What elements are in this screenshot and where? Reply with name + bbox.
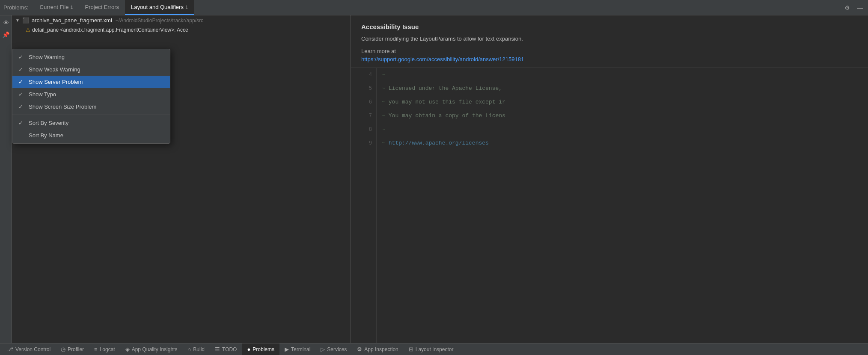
code-line-9: ~ http://www.apache.org/licenses <box>382 136 868 150</box>
xml-icon: ⬛ <box>22 17 29 24</box>
bottom-tab-todo[interactable]: ☰ TODO <box>210 343 242 355</box>
line-num-4: 4 <box>351 68 376 82</box>
bottom-tab-app-quality-insights-label: App Quality Insights <box>132 346 178 352</box>
check-show-warning: ✓ <box>18 54 25 60</box>
dropdown-label-show-server-problem: Show Server Problem <box>29 79 83 85</box>
code-content: ~ ~ Licensed under the Apache License, ~… <box>377 68 868 343</box>
dropdown-item-sort-by-name[interactable]: ✓ Sort By Name <box>12 129 170 142</box>
version-control-icon: ⎇ <box>7 346 13 352</box>
code-line-4: ~ <box>382 68 868 82</box>
main-content: 👁 📌 ▼ ⬛ archive_two_pane_fragment.xml ~/… <box>0 15 868 343</box>
tilde-8: ~ <box>382 126 385 133</box>
file-row-root[interactable]: ▼ ⬛ archive_two_pane_fragment.xml ~/Andr… <box>12 15 351 25</box>
dropdown-item-show-typo[interactable]: ✓ Show Typo <box>12 88 170 101</box>
bottom-tab-logcat[interactable]: ≡ Logcat <box>89 343 120 355</box>
root-file-path: ~/AndroidStudioProjects/trackr/app/src <box>116 18 203 24</box>
check-show-typo: ✓ <box>18 91 25 98</box>
settings-icon[interactable]: ⚙ <box>842 3 852 12</box>
detail-row-text: detail_pane <androidx.fragment.app.Fragm… <box>32 27 188 33</box>
line-num-9: 9 <box>351 136 376 150</box>
dropdown-item-show-server-problem[interactable]: ✓ Show Server Problem <box>12 76 170 88</box>
line-numbers: 4 5 6 7 8 9 <box>351 68 377 343</box>
bottom-tab-app-quality-insights[interactable]: ◈ App Quality Insights <box>120 343 183 355</box>
dropdown-label-show-warning: Show Warning <box>29 54 65 60</box>
build-icon: ⌂ <box>187 346 191 352</box>
code-text-7: You may obtain a copy of the Licens <box>389 112 505 119</box>
eye-icon[interactable]: 👁 <box>1 18 11 27</box>
bottom-tab-problems-label: Problems <box>253 346 274 352</box>
sidebar-tools: 👁 📌 <box>0 15 12 343</box>
code-line-8: ~ <box>382 123 868 136</box>
bottom-tab-services-label: Services <box>327 346 347 352</box>
profiler-icon: ◷ <box>61 346 65 352</box>
bottom-tab-version-control[interactable]: ⎇ Version Control <box>2 343 56 355</box>
bottom-tab-services[interactable]: ▷ Services <box>315 343 352 355</box>
code-line-7: ~ You may obtain a copy of the Licens <box>382 109 868 123</box>
tab-bar: Problems: Current File 1 Project Errors … <box>0 0 868 15</box>
code-text-5: Licensed under the Apache License, <box>389 85 502 92</box>
dropdown-item-show-weak-warning[interactable]: ✓ Show Weak Warning <box>12 63 170 76</box>
bottom-tab-problems[interactable]: ● Problems <box>242 343 279 355</box>
layout-inspector-icon: ⊞ <box>409 346 413 352</box>
pin-icon[interactable]: 📌 <box>1 30 11 39</box>
bottom-tab-todo-label: TODO <box>222 346 237 352</box>
terminal-icon: ▶ <box>285 346 289 352</box>
root-file-name: archive_two_pane_fragment.xml <box>32 17 112 24</box>
tab-layout-qualifiers[interactable]: Layout and Qualifiers 1 <box>125 0 194 15</box>
dropdown-label-sort-by-severity: Sort By Severity <box>29 120 68 126</box>
tilde-4: ~ <box>382 71 385 78</box>
bottom-tab-version-control-label: Version Control <box>15 346 51 352</box>
dropdown-label-show-typo: Show Typo <box>29 91 56 98</box>
tab-layout-qualifiers-label: Layout and Qualifiers <box>131 4 184 10</box>
services-icon: ▷ <box>321 346 325 352</box>
info-box: Accessibility Issue Consider modifying t… <box>351 15 868 68</box>
dropdown-menu: ✓ Show Warning ✓ Show Weak Warning ✓ Sho… <box>12 49 170 144</box>
dropdown-item-show-screen-size-problem[interactable]: ✓ Show Screen Size Problem <box>12 101 170 113</box>
bottom-tab-layout-inspector[interactable]: ⊞ Layout Inspector <box>404 343 459 355</box>
tab-current-file-count: 1 <box>70 5 73 10</box>
code-line-5: ~ Licensed under the Apache License, <box>382 82 868 95</box>
check-sort-by-severity: ✓ <box>18 120 25 126</box>
bottom-tab-profiler[interactable]: ◷ Profiler <box>56 343 89 355</box>
logcat-icon: ≡ <box>94 346 98 352</box>
tilde-9: ~ <box>382 140 385 146</box>
file-row-detail[interactable]: ⚠ detail_pane <androidx.fragment.app.Fra… <box>12 25 351 35</box>
todo-icon: ☰ <box>215 346 220 352</box>
bottom-tab-terminal-label: Terminal <box>291 346 310 352</box>
left-panel: 👁 📌 ▼ ⬛ archive_two_pane_fragment.xml ~/… <box>0 15 351 343</box>
info-body: Consider modifying the LayoutParams to a… <box>361 35 858 44</box>
dropdown-divider <box>12 115 170 115</box>
bottom-tab-layout-inspector-label: Layout Inspector <box>416 346 454 352</box>
problems-icon: ● <box>247 346 250 352</box>
tab-project-errors-label: Project Errors <box>85 4 119 10</box>
expand-arrow: ▼ <box>15 18 20 23</box>
tab-current-file-label: Current File <box>40 4 69 10</box>
bottom-tab-app-inspection-label: App Inspection <box>364 346 398 352</box>
info-learn-label: Learn more at <box>361 48 858 54</box>
check-show-screen-size-problem: ✓ <box>18 104 25 110</box>
app-quality-insights-icon: ◈ <box>125 346 130 352</box>
dropdown-label-show-weak-warning: Show Weak Warning <box>29 66 80 73</box>
bottom-tab-build-label: Build <box>193 346 205 352</box>
bottom-tab-build[interactable]: ⌂ Build <box>182 343 210 355</box>
info-title: Accessibility Issue <box>361 23 858 30</box>
bottom-tab-terminal[interactable]: ▶ Terminal <box>279 343 315 355</box>
minimize-icon[interactable]: — <box>855 3 865 12</box>
bottom-tab-app-inspection[interactable]: ⚙ App Inspection <box>352 343 403 355</box>
code-area: 4 5 6 7 8 9 ~ ~ Licensed under the Apach… <box>351 68 868 343</box>
dropdown-item-sort-by-severity[interactable]: ✓ Sort By Severity <box>12 117 170 129</box>
tab-current-file[interactable]: Current File 1 <box>34 0 79 15</box>
check-show-server-problem: ✓ <box>18 79 25 85</box>
line-num-8: 8 <box>351 123 376 136</box>
tab-project-errors[interactable]: Project Errors <box>79 0 125 15</box>
dropdown-item-show-warning[interactable]: ✓ Show Warning <box>12 51 170 63</box>
check-show-weak-warning: ✓ <box>18 66 25 73</box>
info-link[interactable]: https://support.google.com/accessibility… <box>361 56 524 62</box>
bottom-bar: ⎇ Version Control ◷ Profiler ≡ Logcat ◈ … <box>0 343 868 355</box>
bottom-tab-logcat-label: Logcat <box>100 346 115 352</box>
line-num-7: 7 <box>351 109 376 123</box>
problems-label: Problems: <box>3 4 29 11</box>
tab-layout-qualifiers-count: 1 <box>185 5 188 10</box>
right-panel: Accessibility Issue Consider modifying t… <box>351 15 868 343</box>
code-line-6: ~ you may not use this file except ir <box>382 95 868 109</box>
